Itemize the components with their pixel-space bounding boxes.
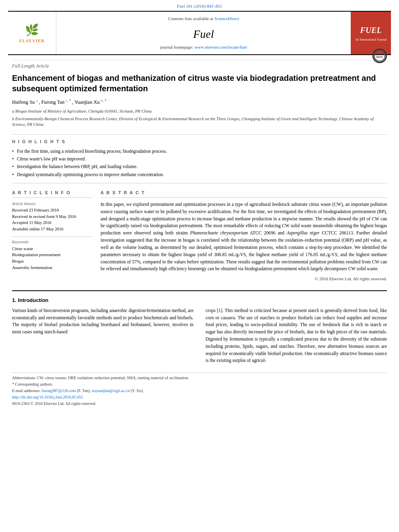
keyword-3: Biogas xyxy=(12,259,93,265)
highlight-item-3: Investigation the balance between ORP, p… xyxy=(12,163,387,170)
author-furong-sup: a, xyxy=(66,99,68,103)
journal-header: 🌿 ELSEVIER Contents lists available at S… xyxy=(8,11,391,55)
history-label: Article history: xyxy=(12,201,93,207)
email-label: E-mail addresses: xyxy=(12,388,41,393)
author-haifeng-sup: a xyxy=(36,99,38,103)
keywords-label: Keywords: xyxy=(12,236,93,245)
abstract-column: A B S T R A C T In this paper, we explor… xyxy=(101,190,387,282)
article-content: Full Length Article Cross Mark Enhanceme… xyxy=(0,55,399,415)
elsevier-tree-icon: 🌿 xyxy=(25,22,39,38)
journal-header-center: Contents lists available at ScienceDirec… xyxy=(56,12,351,54)
contents-prefix: Contents lists available at xyxy=(168,16,214,21)
intro-text-right: crops [1]. This method is criticized bec… xyxy=(206,307,387,365)
highlight-item-2: Citrus waste's low pH was improved. xyxy=(12,156,387,162)
journal-reference: Fuel 181 (2016) 843–851 xyxy=(0,0,399,11)
elsevier-wordmark: ELSEVIER xyxy=(19,38,45,44)
abstract-heading: A B S T R A C T xyxy=(101,190,387,198)
article-history-group: Article history: Received 23 February 20… xyxy=(12,201,93,232)
fuel-badge-area: FUEL An International Journal xyxy=(351,12,391,54)
intro-right-col: crops [1]. This method is criticized bec… xyxy=(206,307,387,365)
abstract-body: In this paper, we explored pretreatment … xyxy=(101,201,387,273)
homepage-url[interactable]: www.elsevier.com/locate/fuel xyxy=(194,45,247,49)
keyword-1: Citrus waste xyxy=(12,246,93,252)
intro-text-left: Various kinds of bioconversion programs,… xyxy=(12,307,193,336)
highlights-heading: H I G H L I G H T S xyxy=(12,139,387,145)
issn-line: 0016-2361/© 2016 Elsevier Ltd. All right… xyxy=(12,401,387,407)
affiliation-a: a Biogas Institute of Ministry of Agricu… xyxy=(12,109,387,115)
doi-link[interactable]: http://dx.doi.org/10.1016/j.fuel.2016.05… xyxy=(12,395,83,399)
highlight-item-1: For the first time, using a reinforced b… xyxy=(12,148,387,154)
strain-1: Phanerochaete chrysosporium xyxy=(190,230,248,235)
keywords-group: Keywords: Citrus waste Biodegradation pr… xyxy=(12,236,93,271)
author-haifeng: Haifeng Su xyxy=(12,99,36,105)
email2-name: (Y. Xu). xyxy=(131,388,144,393)
author-yuanjian-star: * xyxy=(105,99,106,103)
svg-text:Mark: Mark xyxy=(376,55,383,58)
available-date: Available online 17 May 2016 xyxy=(12,226,93,232)
strain-2: Aspergillus niger xyxy=(287,230,320,235)
footer-notes: Abbreviations: CW, citrus wastes; ORP, o… xyxy=(12,372,387,407)
homepage-prefix: journal homepage: xyxy=(160,45,194,49)
keyword-2: Biodegradation pretreatment xyxy=(12,252,93,258)
email2-link[interactable]: xuyuanjian@cigit.ac.cn xyxy=(92,388,130,393)
author-yuanjian-sup: b, xyxy=(101,99,103,103)
authors-line: Haifeng Su a , Furong Tan a, * , Yuanjia… xyxy=(12,99,387,106)
highlight-item-4: Designed systematically optimizing proce… xyxy=(12,171,387,178)
contents-available-line: Contents lists available at ScienceDirec… xyxy=(168,16,239,22)
doi-line: http://dx.doi.org/10.1016/j.fuel.2016.05… xyxy=(12,394,387,400)
author-furong-star: * xyxy=(69,99,71,103)
article-title: Enhancement of biogas and methanization … xyxy=(12,73,387,94)
received-date: Received 23 February 2016 xyxy=(12,207,93,214)
intro-two-col: Various kinds of bioconversion programs,… xyxy=(12,307,387,365)
fuel-badge-title: FUEL xyxy=(360,25,381,36)
email1-link[interactable]: furong987@126.com xyxy=(41,388,76,393)
journal-ref-text: Fuel 181 (2016) 843–851 xyxy=(177,4,222,8)
author-yuanjian: , Yuanjian Xu xyxy=(72,99,101,105)
revised-date: Received in revised form 9 May 2016 xyxy=(12,214,93,220)
intro-heading: 1. Introduction xyxy=(12,297,387,304)
affiliation-b: b Environmentally-Benign Chemical Proces… xyxy=(12,116,387,128)
svg-text:Cross: Cross xyxy=(376,52,384,55)
fuel-badge-subtitle: An International Journal xyxy=(355,37,387,42)
corresponding-note: * Corresponding authors. xyxy=(12,382,387,387)
abbreviations-line: Abbreviations: CW, citrus wastes; ORP, o… xyxy=(12,375,387,381)
email-line: E-mail addresses: furong987@126.com (F. … xyxy=(12,388,387,394)
introduction-section: 1. Introduction Various kinds of bioconv… xyxy=(12,290,387,365)
article-info-heading: A R T I C L E I N F O xyxy=(12,190,93,198)
intro-left-col: Various kinds of bioconversion programs,… xyxy=(12,307,193,365)
crossmark-icon[interactable]: Cross Mark xyxy=(372,49,387,63)
article-info-column: A R T I C L E I N F O Article history: R… xyxy=(12,190,93,282)
copyright-notice: © 2016 Elsevier Ltd. All rights reserved… xyxy=(101,276,387,282)
accepted-date: Accepted 11 May 2016 xyxy=(12,220,93,226)
highlights-section: H I G H L I G H T S For the first time, … xyxy=(12,134,387,183)
abbreviations-text: Abbreviations: CW, citrus wastes; ORP, o… xyxy=(12,376,189,380)
elsevier-logo-area: 🌿 ELSEVIER xyxy=(8,12,56,54)
page-wrapper: Fuel 181 (2016) 843–851 🌿 ELSEVIER Conte… xyxy=(0,0,399,415)
info-abstract-section: A R T I C L E I N F O Article history: R… xyxy=(12,190,387,282)
keyword-4: Anaerobic fermentation xyxy=(12,265,93,271)
journal-homepage-line: journal homepage: www.elsevier.com/locat… xyxy=(160,44,247,50)
article-type-label: Full Length Article xyxy=(12,60,387,70)
crossmark-widget[interactable]: Cross Mark xyxy=(372,49,387,63)
journal-name-display: Fuel xyxy=(193,26,214,42)
email1-name: (F. Tan), xyxy=(77,388,90,393)
author-furong: , Furong Tan xyxy=(39,99,66,105)
sciencedirect-link[interactable]: ScienceDirect xyxy=(214,16,239,21)
